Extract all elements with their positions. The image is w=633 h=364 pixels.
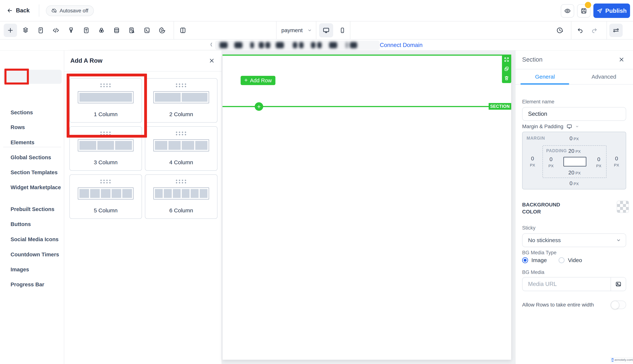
form-button[interactable] <box>34 24 47 37</box>
settings-button[interactable] <box>609 24 623 37</box>
sidebar-item-widget-marketplace[interactable]: Widget Marketplace <box>11 184 61 191</box>
sidebar-item-global-sections[interactable]: Global Sections <box>11 154 51 161</box>
history-clock-icon <box>556 27 563 34</box>
toolbar-divider <box>606 22 607 39</box>
panel-divider <box>64 71 222 72</box>
frame-button[interactable] <box>110 24 123 37</box>
sidebar-item-rows[interactable]: Rows <box>11 124 25 131</box>
split-view-button[interactable] <box>176 24 190 37</box>
margin-top-value[interactable]: 0PX <box>569 136 579 142</box>
chevron-left-icon[interactable] <box>208 42 214 48</box>
cookie-icon <box>159 27 166 34</box>
terminal-button[interactable] <box>140 24 154 37</box>
page-selector-dropdown[interactable]: payment <box>281 22 312 39</box>
drag-handle-icon <box>176 180 187 184</box>
colors-button[interactable] <box>95 24 108 37</box>
sidebar-item-progress-bar[interactable]: Progress Bar <box>11 281 44 288</box>
undo-button[interactable] <box>573 24 587 37</box>
close-icon <box>618 56 625 63</box>
radio-video[interactable]: Video <box>558 257 582 264</box>
trash-icon[interactable] <box>504 75 509 81</box>
tab-general[interactable]: General <box>515 69 574 84</box>
media-picker-button[interactable] <box>610 278 626 291</box>
element-name-value: Section <box>528 110 547 117</box>
background-color-swatch[interactable] <box>617 201 629 213</box>
margin-left-value[interactable]: 0PX <box>528 156 537 168</box>
toolbar-divider <box>571 22 571 39</box>
close-panel-button[interactable] <box>209 58 215 64</box>
row-card-5-column[interactable]: 5 Column <box>70 174 142 219</box>
radio-image[interactable]: Image <box>522 257 547 264</box>
radio-selected-icon <box>522 257 528 263</box>
canvas-add-row-button[interactable]: + Add Row <box>241 76 275 85</box>
element-name-input[interactable]: Section <box>522 107 626 121</box>
annotely-logo: A <box>611 358 613 362</box>
sidebar-item-countdown-timers[interactable]: Countdown Timers <box>11 251 59 258</box>
bg-media-type-label: BG Media Type <box>522 250 556 256</box>
canvas-area: + Add Row + SECTION <box>222 50 515 364</box>
padding-bottom-value[interactable]: 20PX <box>568 170 581 176</box>
duplicate-icon[interactable] <box>504 66 509 72</box>
doc-search-icon <box>128 27 135 34</box>
sidebar-item-sections[interactable]: Sections <box>11 109 33 116</box>
margin-padding-box[interactable]: MARGIN 0PX 0PX 0PX 0PX PADDING 20PX 0PX … <box>522 132 626 190</box>
form-icon <box>37 27 44 34</box>
tab-advanced[interactable]: Advanced <box>574 69 633 84</box>
row-card-6-column[interactable]: 6 Column <box>145 174 218 219</box>
row-card-1-column[interactable]: 1 Column <box>70 78 142 123</box>
mobile-view-button[interactable] <box>335 23 349 37</box>
chevron-down-icon[interactable] <box>575 125 579 128</box>
layers-icon <box>22 27 29 34</box>
bg-media-url-input[interactable]: Media URL <box>522 277 626 291</box>
layers-button[interactable] <box>19 24 32 37</box>
autosave-badge[interactable]: Autosave off <box>46 5 94 16</box>
arrow-left-icon <box>7 8 13 14</box>
desktop-view-button[interactable] <box>319 23 333 37</box>
plus-icon: + <box>244 77 248 84</box>
styles-button[interactable] <box>65 24 78 37</box>
sidebar-item-elements[interactable]: Elements <box>11 139 35 146</box>
back-button[interactable]: Back <box>7 0 30 21</box>
section-tag: SECTION <box>489 103 511 110</box>
publish-button[interactable]: Publish <box>593 4 630 18</box>
toolbar-divider <box>350 22 350 39</box>
cookie-button[interactable] <box>156 24 169 37</box>
row-card-3-column[interactable]: 3 Column <box>70 126 142 171</box>
padding-left-value[interactable]: 0PX <box>546 156 556 169</box>
watermark-text: annotely.com <box>614 358 633 362</box>
insert-section-button[interactable]: + <box>255 102 263 111</box>
row-preview-4col <box>153 139 209 152</box>
row-preview-5col <box>78 187 134 200</box>
sidebar-item-social-media-icons[interactable]: Social Media Icons <box>11 236 59 243</box>
sidebar-item-prebuilt-sections[interactable]: Prebuilt Sections <box>11 206 55 213</box>
sidebar-item-section-templates[interactable]: Section Templates <box>11 169 58 176</box>
device-monitor-icon[interactable] <box>566 124 572 130</box>
padding-right-value[interactable]: 0PX <box>594 156 603 169</box>
redo-button[interactable] <box>588 24 601 37</box>
drag-handle-icon <box>176 132 187 136</box>
version-history-button[interactable] <box>553 24 566 37</box>
content-box[interactable] <box>563 157 586 166</box>
row-card-2-column[interactable]: 2 Column <box>145 78 218 123</box>
allow-rows-toggle[interactable] <box>610 300 626 309</box>
drag-handle-icon <box>100 132 111 136</box>
close-inspector-button[interactable] <box>618 56 625 64</box>
row-card-4-column[interactable]: 4 Column <box>145 126 218 171</box>
toolbar-divider <box>316 22 316 39</box>
page-preview[interactable]: + Add Row + SECTION <box>223 54 511 360</box>
padding-top-value[interactable]: 20PX <box>568 148 581 154</box>
image-icon <box>615 281 622 288</box>
margin-right-value[interactable]: 0PX <box>612 156 621 168</box>
seo-button[interactable] <box>125 24 139 37</box>
margin-bottom-value[interactable]: 0PX <box>569 180 579 186</box>
typography-button[interactable] <box>80 24 93 37</box>
expand-icon[interactable] <box>504 57 509 62</box>
connect-domain-link[interactable]: Connect Domain <box>380 42 423 48</box>
sidebar-item-images[interactable]: Images <box>11 266 29 273</box>
background-color-label: BACKGROUND COLOR <box>522 201 578 215</box>
sidebar-item-buttons[interactable]: Buttons <box>11 220 31 228</box>
preview-button[interactable] <box>561 4 574 18</box>
code-button[interactable] <box>49 24 63 37</box>
sticky-select[interactable]: No stickiness <box>522 234 626 247</box>
add-element-button[interactable] <box>4 24 17 37</box>
